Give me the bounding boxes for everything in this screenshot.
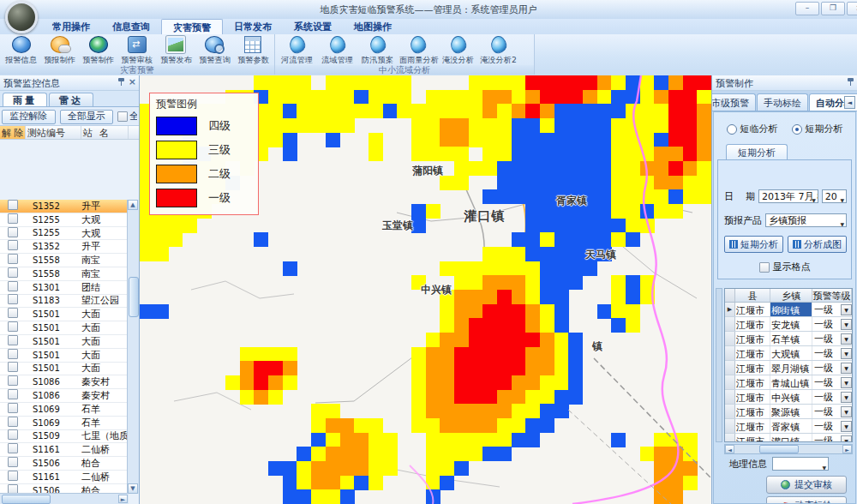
release-checkbox[interactable] — [8, 321, 18, 332]
ribbon-button-预警查询[interactable]: 预警查询 — [195, 35, 234, 66]
station-row[interactable]: S1161 二仙桥 — [0, 471, 129, 484]
menu-tab-地图操作[interactable]: 地图操作 — [343, 19, 403, 34]
release-checkbox[interactable] — [8, 389, 18, 399]
level-dropdown-icon[interactable]: ▼ — [841, 333, 852, 345]
scroll-down-icon[interactable]: ▼ — [128, 483, 138, 494]
release-checkbox[interactable] — [8, 213, 18, 224]
ribbon-button-预警发布[interactable]: 预警发布 — [157, 35, 195, 66]
product-combobox[interactable]: 乡镇预报 — [765, 213, 847, 227]
radio-短期分析[interactable]: 短期分析 — [792, 123, 843, 135]
scrollbar-thumb[interactable] — [2, 495, 51, 504]
release-checkbox[interactable] — [8, 281, 18, 291]
town-row[interactable]: 江堰市 石羊镇 一级 ▼ — [725, 332, 852, 346]
ribbon-button-预警审核[interactable]: 预警审核 — [117, 35, 156, 66]
level-dropdown-icon[interactable]: ▼ — [841, 392, 852, 403]
menu-tab-常用操作[interactable]: 常用操作 — [41, 19, 101, 34]
menu-tab-灾害预警[interactable]: 灾害预警 — [161, 19, 223, 34]
vertical-scrollbar[interactable]: ▲ ▼ — [127, 200, 139, 494]
ribbon-button-预警参数[interactable]: 预警参数 — [234, 35, 273, 66]
menu-tab-系统设置[interactable]: 系统设置 — [283, 19, 343, 34]
release-checkbox[interactable] — [8, 308, 18, 318]
release-checkbox[interactable] — [8, 417, 18, 427]
release-checkbox[interactable] — [8, 335, 18, 345]
station-row[interactable]: S1086 秦安村 — [0, 389, 129, 403]
level-dropdown-icon[interactable]: ▼ — [841, 406, 852, 417]
release-checkbox[interactable] — [8, 240, 18, 250]
station-row[interactable]: S1255 大观 — [0, 213, 129, 227]
town-row[interactable]: 江堰市 大观镇 一级 ▼ — [725, 346, 852, 361]
release-checkbox[interactable] — [8, 349, 18, 359]
tab-scroll-left-icon[interactable]: ◄ — [844, 96, 855, 109]
level-dropdown-icon[interactable]: ▼ — [841, 377, 852, 388]
town-cell[interactable]: 大观镇 — [770, 346, 812, 360]
release-checkbox[interactable] — [8, 403, 18, 413]
station-row[interactable]: S1501 大面 — [0, 308, 129, 321]
radio-短临分析[interactable]: 短临分析 — [727, 123, 778, 135]
town-cell[interactable]: 聚源镇 — [770, 405, 812, 418]
station-row[interactable]: S1183 望江公园 — [0, 295, 129, 309]
station-row[interactable]: S1301 团结 — [0, 281, 129, 295]
ribbon-button-预警制作[interactable]: 预警制作 — [79, 35, 117, 66]
menu-tab-日常发布[interactable]: 日常发布 — [223, 19, 283, 34]
release-checkbox[interactable] — [8, 443, 18, 453]
station-row[interactable]: S1558 南宝 — [0, 267, 129, 281]
release-checkbox[interactable] — [8, 362, 18, 372]
station-row[interactable]: S1501 大面 — [0, 335, 129, 349]
station-row[interactable]: S1069 石羊 — [0, 417, 129, 430]
release-checkbox[interactable] — [8, 457, 18, 467]
ribbon-button-预报制作[interactable]: 预报制作 — [40, 35, 79, 66]
scroll-right-icon[interactable]: ► — [842, 445, 852, 453]
station-row[interactable]: S1352 升平 — [0, 200, 129, 213]
scroll-left-icon[interactable]: ◄ — [725, 445, 734, 453]
ribbon-button-河流管理[interactable]: 河流管理 — [277, 35, 317, 66]
col-warning-level[interactable]: 预警等级 — [812, 289, 852, 302]
analysis-to-map-button[interactable]: 分析成图 — [788, 236, 847, 253]
ribbon-button-面雨量分析[interactable]: 面雨量分析 — [398, 35, 438, 66]
level-dropdown-icon[interactable]: ▼ — [841, 435, 852, 443]
town-cell[interactable]: 柳街镇 — [770, 303, 812, 316]
level-dropdown-icon[interactable]: ▼ — [841, 363, 852, 374]
close-button[interactable]: × — [847, 2, 857, 15]
release-checkbox[interactable] — [8, 227, 18, 237]
ribbon-button-报警信息[interactable]: 报警信息 — [2, 35, 40, 66]
town-cell[interactable]: 翠月湖镇 — [770, 361, 812, 375]
ribbon-button-淹没分析2[interactable]: 淹没分析2 — [478, 35, 518, 66]
monitor-release-button[interactable]: 监控解除 — [2, 110, 56, 124]
release-checkbox[interactable] — [8, 267, 18, 278]
menu-tab-信息查询[interactable]: 信息查询 — [101, 19, 161, 34]
release-checkbox[interactable] — [8, 471, 18, 481]
geo-info-combobox[interactable] — [772, 457, 829, 471]
show-all-button[interactable]: 全部显示 — [60, 110, 114, 124]
level-dropdown-icon[interactable]: ▼ — [841, 421, 852, 432]
horizontal-scrollbar[interactable]: ► — [0, 493, 129, 504]
level-dropdown-icon[interactable]: ▼ — [841, 319, 852, 330]
town-row[interactable]: 江堰市 中兴镇 一级 ▼ — [725, 390, 852, 405]
station-row[interactable]: S1161 二仙桥 — [0, 443, 129, 457]
col-county[interactable]: 县 — [735, 289, 770, 302]
level-dropdown-icon[interactable]: ▼ — [841, 304, 852, 315]
town-row[interactable]: ▶ 江堰市 柳街镇 一级 ▼ — [725, 303, 852, 317]
town-row[interactable]: 江堰市 翠月湖镇 一级 ▼ — [725, 361, 852, 375]
close-icon[interactable]: × — [129, 77, 136, 87]
ribbon-button-淹没分析[interactable]: 淹没分析 — [438, 35, 478, 66]
submit-review-button[interactable]: 提交审核 — [766, 476, 847, 494]
pin-icon[interactable] — [847, 77, 854, 87]
scroll-right-icon[interactable]: ► — [118, 495, 128, 503]
warning-tab-市级预警[interactable]: 市级预警 — [712, 93, 756, 111]
warning-tab-手动标绘[interactable]: 手动标绘 — [757, 93, 808, 111]
station-row[interactable]: S1509 七里（地质灾 — [0, 430, 129, 444]
inner-tab-short-term[interactable]: 短期分析 — [726, 144, 788, 161]
ribbon-button-防汛预案[interactable]: 防汛预案 — [357, 35, 398, 66]
col-town[interactable]: 乡镇 — [770, 289, 812, 302]
monitor-tab-雷达[interactable]: 雷达 — [49, 93, 93, 106]
hour-combobox[interactable]: 20 — [822, 189, 847, 203]
station-row[interactable]: S1558 南宝 — [0, 254, 129, 267]
maximize-button[interactable]: ❐ — [821, 2, 845, 15]
release-checkbox[interactable] — [8, 294, 18, 304]
release-checkbox[interactable] — [8, 200, 18, 210]
col-station-code[interactable]: 测站编号 — [26, 126, 81, 139]
station-row[interactable]: S1255 大观 — [0, 227, 129, 241]
town-row[interactable]: 江堰市 聚源镇 一级 ▼ — [725, 405, 852, 419]
warning-map[interactable]: 蒲阳镇胥家镇玉堂镇灌口镇天马镇中兴镇镇 预警图例 四级 三级 二级 一级 — [140, 75, 711, 504]
town-cell[interactable]: 安龙镇 — [770, 317, 812, 331]
